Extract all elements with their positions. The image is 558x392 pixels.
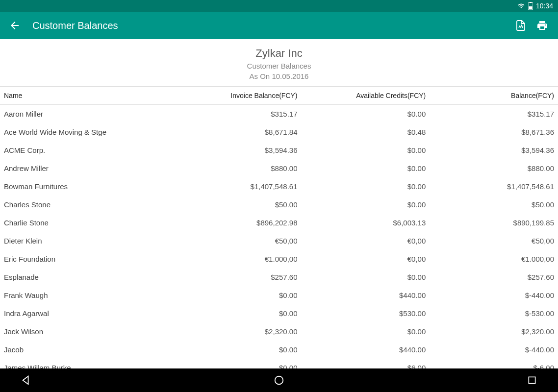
cell-invoice: $8,671.84 [178, 123, 301, 141]
status-time: 10:34 [536, 2, 553, 10]
cell-credits: $0.00 [302, 322, 430, 341]
cell-name: Jack Wilson [0, 322, 178, 341]
table-row[interactable]: Bowman Furnitures$1,407,548.61$0.00$1,40… [0, 177, 558, 196]
table-row[interactable]: Frank Waugh$0.00$440.00$-440.00 [0, 286, 558, 304]
android-nav-bar [0, 368, 558, 392]
table-row[interactable]: Andrew Miller$880.00$0.00$880.00 [0, 159, 558, 177]
cell-credits: €0,00 [302, 250, 430, 268]
cell-balance: $2,320.00 [430, 322, 558, 341]
cell-name: Aaron Miller [0, 105, 178, 123]
cell-credits: $440.00 [302, 286, 430, 304]
cell-invoice: $315.17 [178, 105, 301, 123]
table-row[interactable]: ACME Corp.$3,594.36$0.00$3,594.36 [0, 141, 558, 159]
cell-name: Jacob [0, 341, 178, 359]
cell-balance: $-440.00 [430, 341, 558, 359]
table-row[interactable]: Eric Foundation€1.000,00€0,00€1.000,00 [0, 250, 558, 268]
svg-rect-1 [530, 2, 532, 3]
col-header-invoice: Invoice Balance(FCY) [178, 87, 301, 105]
company-name: Zylkar Inc [0, 47, 558, 60]
nav-back-button[interactable] [20, 374, 32, 387]
cell-credits: $6,003.13 [302, 214, 430, 232]
cell-credits: $440.00 [302, 341, 430, 359]
cell-credits: $0.00 [302, 105, 430, 123]
cell-balance: $890,199.85 [430, 214, 558, 232]
cell-invoice: $0.00 [178, 286, 301, 304]
table-row[interactable]: Indra Agarwal$0.00$530.00$-530.00 [0, 304, 558, 322]
app-bar: Customer Balances [0, 12, 558, 39]
cell-invoice: $257.60 [178, 268, 301, 286]
cell-name: Ace World Wide Moving & Stge [0, 123, 178, 141]
cell-credits: $0.00 [302, 196, 430, 214]
cell-credits: €0,00 [302, 232, 430, 250]
table-header-row: Name Invoice Balance(FCY) Available Cred… [0, 87, 558, 105]
cell-credits: $0.00 [302, 141, 430, 159]
cell-name: Eric Foundation [0, 250, 178, 268]
table-row[interactable]: Charles Stone$50.00$0.00$50.00 [0, 196, 558, 214]
cell-invoice: $880.00 [178, 159, 301, 177]
cell-balance: $880.00 [430, 159, 558, 177]
cell-invoice: $50.00 [178, 196, 301, 214]
status-bar: 10:34 [0, 0, 558, 12]
nav-recent-button[interactable] [526, 374, 538, 387]
cell-balance: $8,671.36 [430, 123, 558, 141]
svg-point-3 [275, 376, 283, 385]
col-header-credits: Available Credits(FCY) [302, 87, 430, 105]
cell-invoice: $896,202.98 [178, 214, 301, 232]
table-row[interactable]: Esplanade$257.60$0.00$257.60 [0, 268, 558, 286]
cell-name: Charles Stone [0, 196, 178, 214]
cell-balance: $257.60 [430, 268, 558, 286]
report-date: As On 10.05.2016 [0, 72, 558, 80]
cell-name: Esplanade [0, 268, 178, 286]
wifi-icon [517, 2, 525, 9]
cell-name: Indra Agarwal [0, 304, 178, 322]
nav-home-button[interactable] [273, 374, 285, 387]
report-subtitle: Customer Balances [0, 62, 558, 70]
cell-credits: $0.00 [302, 268, 430, 286]
cell-name: Frank Waugh [0, 286, 178, 304]
cell-balance: $1,407,548.61 [430, 177, 558, 196]
balances-table: Name Invoice Balance(FCY) Available Cred… [0, 87, 558, 392]
cell-invoice: $0.00 [178, 341, 301, 359]
cell-invoice: €50,00 [178, 232, 301, 250]
cell-invoice: €1.000,00 [178, 250, 301, 268]
cell-name: Andrew Miller [0, 159, 178, 177]
cell-balance: $-440.00 [430, 286, 558, 304]
cell-name: ACME Corp. [0, 141, 178, 159]
back-button[interactable] [8, 19, 22, 32]
cell-balance: €50,00 [430, 232, 558, 250]
svg-rect-2 [529, 6, 532, 9]
cell-name: Dieter Klein [0, 232, 178, 250]
battery-icon [528, 2, 533, 10]
cell-name: Charlie Stone [0, 214, 178, 232]
page-title: Customer Balances [32, 20, 507, 31]
table-row[interactable]: Jack Wilson$2,320.00$0.00$2,320.00 [0, 322, 558, 341]
report-header: Zylkar Inc Customer Balances As On 10.05… [0, 39, 558, 87]
cell-invoice: $3,594.36 [178, 141, 301, 159]
cell-balance: $315.17 [430, 105, 558, 123]
balances-table-wrap[interactable]: Name Invoice Balance(FCY) Available Cred… [0, 87, 558, 392]
cell-balance: $-530.00 [430, 304, 558, 322]
cell-credits: $0.48 [302, 123, 430, 141]
cell-balance: €1.000,00 [430, 250, 558, 268]
cell-credits: $530.00 [302, 304, 430, 322]
table-row[interactable]: Dieter Klein€50,00€0,00€50,00 [0, 232, 558, 250]
table-row[interactable]: Aaron Miller$315.17$0.00$315.17 [0, 105, 558, 123]
cell-credits: $0.00 [302, 159, 430, 177]
table-row[interactable]: Charlie Stone$896,202.98$6,003.13$890,19… [0, 214, 558, 232]
svg-rect-4 [529, 377, 535, 383]
export-pdf-button[interactable] [513, 18, 529, 33]
print-button[interactable] [534, 18, 550, 33]
cell-invoice: $2,320.00 [178, 322, 301, 341]
cell-balance: $50.00 [430, 196, 558, 214]
table-row[interactable]: Jacob$0.00$440.00$-440.00 [0, 341, 558, 359]
cell-invoice: $1,407,548.61 [178, 177, 301, 196]
cell-credits: $0.00 [302, 177, 430, 196]
table-row[interactable]: Ace World Wide Moving & Stge$8,671.84$0.… [0, 123, 558, 141]
col-header-name: Name [0, 87, 178, 105]
col-header-balance: Balance(FCY) [430, 87, 558, 105]
cell-name: Bowman Furnitures [0, 177, 178, 196]
cell-invoice: $0.00 [178, 304, 301, 322]
cell-balance: $3,594.36 [430, 141, 558, 159]
